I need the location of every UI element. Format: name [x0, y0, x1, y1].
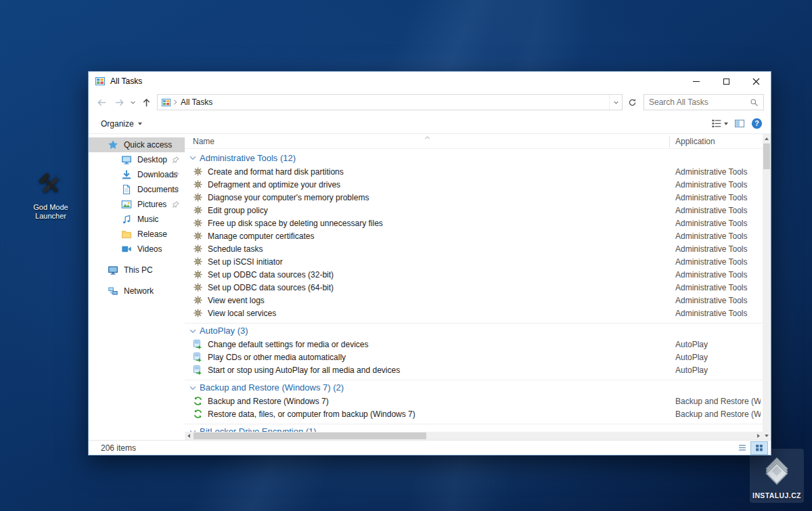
details-view-button[interactable] — [734, 442, 750, 454]
up-button[interactable] — [137, 94, 155, 110]
item-application: Administrative Tools — [675, 180, 761, 190]
forward-button[interactable] — [110, 94, 128, 110]
forward-arrow-icon — [114, 97, 125, 108]
item-application: Administrative Tools — [675, 206, 761, 215]
content-area: Name Application Administrative Tools (1… — [185, 134, 763, 440]
column-header-application[interactable]: Application — [675, 137, 715, 146]
item-application: Administrative Tools — [675, 270, 761, 280]
admin-tools-icon — [193, 231, 203, 241]
group-header-autoplay-3[interactable]: AutoPlay (3) — [185, 323, 763, 338]
column-header-name[interactable]: Name — [193, 137, 215, 146]
search-input[interactable] — [649, 97, 747, 107]
group-header-bitlocker-drive-encryption-1[interactable]: BitLocker Drive Encryption (1) — [185, 424, 763, 432]
item-name: View event logs — [208, 296, 265, 305]
group-header-backup-and-restore-windows-7-2[interactable]: Backup and Restore (Windows 7) (2) — [185, 380, 763, 395]
item-name: Free up disk space by deleting unnecessa… — [208, 219, 383, 228]
list-item[interactable]: Schedule tasksAdministrative Tools — [185, 242, 763, 255]
list-item[interactable]: Set up ODBC data sources (32-bit)Adminis… — [185, 268, 763, 281]
list-item[interactable]: Free up disk space by deleting unnecessa… — [185, 217, 763, 229]
item-name: Set up ODBC data sources (64-bit) — [208, 283, 334, 292]
sidebar-item-downloads[interactable]: Downloads — [89, 167, 185, 182]
column-divider[interactable] — [669, 135, 670, 148]
window-controls — [681, 72, 771, 91]
group-label: AutoPlay (3) — [200, 326, 248, 336]
preview-pane-icon[interactable] — [734, 118, 745, 129]
god-mode-shortcut[interactable]: God Mode Launcher — [25, 169, 76, 221]
sidebar-item-this-pc[interactable]: This PC — [89, 263, 185, 277]
item-application: Administrative Tools — [675, 219, 761, 228]
item-application: Administrative Tools — [675, 296, 761, 305]
sidebar-item-label: Release — [137, 229, 167, 239]
sidebar-item-network[interactable]: Network — [89, 284, 185, 298]
large-icons-view-button[interactable] — [751, 442, 767, 454]
shortcut-label: God Mode Launcher — [25, 203, 76, 221]
maximize-icon — [723, 79, 729, 85]
list-item[interactable]: Set up ODBC data sources (64-bit)Adminis… — [185, 281, 763, 294]
list-item[interactable]: Create and format hard disk partitionsAd… — [185, 165, 763, 178]
maximize-button[interactable] — [711, 72, 741, 91]
scroll-right-arrow[interactable] — [754, 432, 763, 440]
item-application: AutoPlay — [675, 353, 761, 362]
navigation-bar: All Tasks — [89, 91, 771, 114]
close-button[interactable] — [741, 72, 771, 91]
list-item[interactable]: Diagnose your computer's memory problems… — [185, 191, 763, 204]
instaluj-logo-icon — [759, 453, 795, 489]
item-name: Set up iSCSI initiator — [208, 257, 283, 267]
list-item[interactable]: Edit group policyAdministrative Tools — [185, 204, 763, 217]
group-label: Administrative Tools (12) — [200, 153, 296, 163]
list-item[interactable]: View event logsAdministrative Tools — [185, 294, 763, 307]
horizontal-scroll-thumb[interactable] — [194, 432, 426, 439]
list-item[interactable]: Play CDs or other media automaticallyAut… — [185, 351, 763, 363]
back-arrow-icon — [97, 97, 107, 108]
minimize-button[interactable] — [681, 72, 711, 91]
sidebar-item-documents[interactable]: Documents — [89, 182, 185, 197]
back-button[interactable] — [93, 94, 110, 110]
sort-ascending-icon — [423, 133, 432, 142]
group-header-administrative-tools-12[interactable]: Administrative Tools (12) — [185, 150, 763, 165]
recent-locations-button[interactable] — [128, 94, 137, 110]
list-item[interactable]: Manage computer certificatesAdministrati… — [185, 229, 763, 242]
sidebar-item-release[interactable]: Release — [89, 227, 185, 242]
breadcrumb[interactable]: All Tasks — [181, 97, 212, 107]
sidebar-item-pictures[interactable]: Pictures — [89, 197, 185, 212]
sidebar-item-videos[interactable]: Videos — [89, 242, 185, 257]
shortcut-label-line1: God Mode — [25, 203, 76, 212]
item-application: Administrative Tools — [675, 283, 761, 292]
list-item[interactable]: Start or stop using AutoPlay for all med… — [185, 363, 763, 376]
window-title: All Tasks — [110, 76, 142, 86]
desktop-background: God Mode Launcher INSTALUJ.CZ All Tasks — [0, 0, 812, 511]
list-item[interactable]: Set up iSCSI initiatorAdministrative Too… — [185, 255, 763, 268]
list-item[interactable]: View local servicesAdministrative Tools — [185, 307, 763, 319]
item-name: Restore data, files, or computer from ba… — [208, 409, 415, 419]
triangle-right-icon — [757, 434, 760, 438]
layout-options-button[interactable] — [711, 118, 728, 129]
thumbnails-view-icon — [754, 443, 764, 452]
address-location-icon — [161, 97, 171, 108]
scroll-left-arrow[interactable] — [185, 432, 193, 440]
organize-label: Organize — [101, 119, 134, 129]
triangle-left-icon — [187, 434, 190, 438]
scroll-down-arrow[interactable] — [763, 431, 771, 440]
list-item[interactable]: Change default settings for media or dev… — [185, 338, 763, 351]
vertical-scroll-thumb[interactable] — [763, 143, 770, 169]
help-icon[interactable]: ? — [751, 118, 763, 129]
item-application: Administrative Tools — [675, 257, 761, 267]
address-bar[interactable]: All Tasks — [157, 94, 623, 110]
organize-menu-button[interactable]: Organize — [101, 119, 142, 129]
horizontal-scrollbar[interactable] — [185, 432, 763, 440]
address-dropdown-button[interactable] — [609, 95, 622, 110]
watermark-text: INSTALUJ.CZ — [752, 491, 801, 499]
vertical-scrollbar[interactable] — [763, 134, 771, 440]
column-headers: Name Application — [185, 134, 763, 149]
list-item[interactable]: Defragment and optimize your drivesAdmin… — [185, 178, 763, 191]
sidebar-item-quick-access[interactable]: Quick access — [89, 137, 185, 152]
desktop-icon — [121, 154, 132, 165]
sidebar-item-desktop[interactable]: Desktop — [89, 152, 185, 167]
scroll-up-arrow[interactable] — [763, 134, 771, 143]
item-application: Administrative Tools — [675, 244, 761, 254]
sidebar-item-music[interactable]: Music — [89, 212, 185, 227]
list-item[interactable]: Backup and Restore (Windows 7)Backup and… — [185, 395, 763, 407]
file-list: Administrative Tools (12)Create and form… — [185, 149, 763, 432]
refresh-button[interactable] — [624, 94, 640, 110]
list-item[interactable]: Restore data, files, or computer from ba… — [185, 407, 763, 420]
